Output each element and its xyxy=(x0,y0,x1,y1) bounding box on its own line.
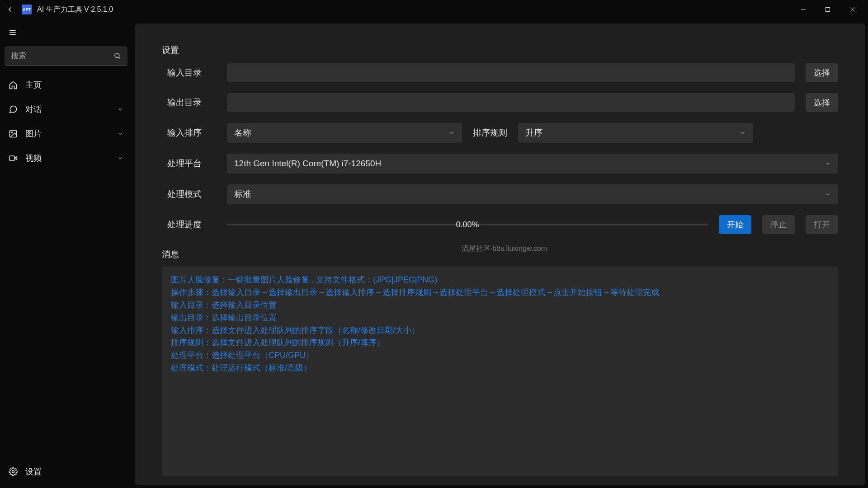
search-input[interactable] xyxy=(11,52,113,61)
platform-select[interactable]: 12th Gen Intel(R) Core(TM) i7-12650H xyxy=(227,154,838,174)
minimize-button[interactable] xyxy=(791,0,816,19)
main-panel: 设置 输入目录 选择 输出目录 选择 输入排序 名称 排序规则 升序 处理平台 xyxy=(135,23,865,485)
message-line: 输入排序：选择文件进入处理队列的排序字段（名称/修改日期/大小） xyxy=(171,324,829,337)
sidebar-item-label: 对话 xyxy=(25,104,109,115)
label-progress: 处理进度 xyxy=(162,219,216,230)
minimize-icon xyxy=(801,7,806,12)
close-button[interactable] xyxy=(840,0,864,19)
sidebar-item-home[interactable]: 主页 xyxy=(0,74,132,96)
row-input-dir: 输入目录 选择 xyxy=(162,63,838,82)
label-mode: 处理模式 xyxy=(162,188,216,200)
sidebar-item-video[interactable]: 视频 xyxy=(0,147,132,169)
gear-icon xyxy=(8,467,18,477)
label-sort-rule: 排序规则 xyxy=(473,127,507,139)
progress-bar: 0.00% xyxy=(227,220,708,230)
chat-icon xyxy=(8,104,18,114)
open-button[interactable]: 打开 xyxy=(806,215,838,234)
chevron-down-icon xyxy=(825,191,831,197)
svg-rect-1 xyxy=(826,8,830,12)
image-icon xyxy=(8,129,18,139)
chevron-down-icon xyxy=(117,130,124,137)
row-progress: 处理进度 0.00% 开始 停止 打开 xyxy=(162,215,838,234)
close-icon xyxy=(849,7,855,12)
svg-point-12 xyxy=(12,471,14,473)
output-dir-field[interactable] xyxy=(227,93,795,112)
chevron-down-icon xyxy=(448,130,455,136)
search-box[interactable] xyxy=(5,46,127,66)
sort-rule-select[interactable]: 升序 xyxy=(518,123,753,143)
row-sort: 输入排序 名称 排序规则 升序 xyxy=(162,123,838,143)
sidebar-item-label: 主页 xyxy=(25,80,124,90)
label-sort-field: 输入排序 xyxy=(162,127,216,139)
label-input-dir: 输入目录 xyxy=(162,67,216,79)
row-mode: 处理模式 标准 xyxy=(162,184,838,204)
messages-box[interactable]: 图片人脸修复：一键批量图片人脸修复...支持文件格式：(JPG|JPEG|PNG… xyxy=(162,267,838,476)
svg-line-8 xyxy=(119,57,120,59)
mode-select[interactable]: 标准 xyxy=(227,184,838,204)
sort-field-value: 名称 xyxy=(234,127,251,139)
chevron-down-icon xyxy=(740,130,746,136)
arrow-left-icon xyxy=(6,5,14,14)
label-platform: 处理平台 xyxy=(162,158,216,169)
sort-field-select[interactable]: 名称 xyxy=(227,123,462,143)
hamburger-icon xyxy=(9,28,17,37)
app-title: AI 生产力工具 V 2.5.1.0 xyxy=(37,5,113,14)
hamburger-button[interactable] xyxy=(6,26,19,39)
stop-button[interactable]: 停止 xyxy=(762,215,795,234)
chevron-down-icon xyxy=(825,160,831,167)
svg-point-7 xyxy=(115,53,119,58)
row-platform: 处理平台 12th Gen Intel(R) Core(TM) i7-12650… xyxy=(162,154,838,174)
progress-percent: 0.00% xyxy=(452,220,482,230)
svg-rect-11 xyxy=(9,156,15,160)
mode-value: 标准 xyxy=(234,188,251,200)
chevron-down-icon xyxy=(117,106,124,113)
sort-rule-value: 升序 xyxy=(525,127,542,139)
message-line: 输入目录：选择输入目录位置 xyxy=(171,299,829,312)
sidebar-item-label: 设置 xyxy=(25,466,124,477)
sidebar: 主页 对话 图片 视频 xyxy=(0,19,132,488)
sidebar-item-label: 视频 xyxy=(25,153,109,164)
svg-point-10 xyxy=(11,132,12,133)
app-icon: APT xyxy=(22,5,32,14)
sidebar-item-label: 图片 xyxy=(25,128,109,139)
sidebar-item-settings[interactable]: 设置 xyxy=(0,461,132,483)
back-button[interactable] xyxy=(4,3,16,16)
message-line: 排序规则：选择文件进入处理队列的排序规则（升序/降序） xyxy=(171,337,829,349)
search-icon xyxy=(113,52,121,60)
input-dir-field[interactable] xyxy=(227,63,795,82)
settings-heading: 设置 xyxy=(162,44,838,56)
sidebar-item-chat[interactable]: 对话 xyxy=(0,99,132,120)
maximize-icon xyxy=(825,7,830,12)
chevron-down-icon xyxy=(117,155,124,162)
maximize-button[interactable] xyxy=(816,0,840,19)
platform-value: 12th Gen Intel(R) Core(TM) i7-12650H xyxy=(234,159,381,169)
home-icon xyxy=(8,80,18,90)
message-line: 处理模式：处理运行模式（标准/高级） xyxy=(171,362,829,375)
message-line: 图片人脸修复：一键批量图片人脸修复...支持文件格式：(JPG|JPEG|PNG… xyxy=(171,274,829,286)
video-icon xyxy=(8,153,18,163)
row-output-dir: 输出目录 选择 xyxy=(162,93,838,112)
choose-output-dir-button[interactable]: 选择 xyxy=(806,93,838,112)
message-line: 操作步骤：选择输入目录→选择输出目录→选择输入排序→选择排序规则→选择处理平台→… xyxy=(171,286,829,299)
message-line: 处理平台：选择处理平台（CPU/GPU） xyxy=(171,349,829,362)
message-line: 输出目录：选择输出目录位置 xyxy=(171,312,829,324)
label-output-dir: 输出目录 xyxy=(162,97,216,108)
sidebar-item-image[interactable]: 图片 xyxy=(0,123,132,145)
watermark-text: 流星社区·bbs.liuxingw.com xyxy=(462,244,547,253)
titlebar: APT AI 生产力工具 V 2.5.1.0 xyxy=(0,0,868,19)
start-button[interactable]: 开始 xyxy=(719,215,751,234)
choose-input-dir-button[interactable]: 选择 xyxy=(806,63,838,82)
